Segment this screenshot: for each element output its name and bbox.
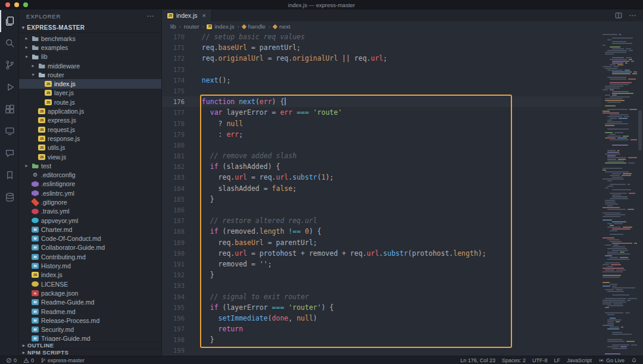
status-eol[interactable]: LF (554, 357, 560, 363)
breadcrumb-index.js[interactable]: JSindex.js (207, 23, 234, 30)
explorer-more-actions-icon[interactable]: ⋯ (146, 14, 154, 18)
tree-item-benchmarks[interactable]: ▸benchmarks (19, 34, 161, 43)
code-line-190[interactable]: 190 req.url = protohost + removed + req.… (162, 248, 601, 259)
breadcrumb-handle[interactable]: handle (242, 23, 266, 30)
code-line-176[interactable]: 176 function next(err) { (162, 96, 601, 107)
status-encoding[interactable]: UTF-8 (532, 357, 548, 363)
code-line-173[interactable]: 173 (162, 64, 601, 75)
section-outline[interactable]: ▸OUTLINE (19, 341, 161, 349)
activity-chat-icon[interactable] (0, 142, 18, 164)
code-line-188[interactable]: 188 if (removed.length !== 0) { (162, 226, 601, 237)
tree-item-response.js[interactable]: response.js (19, 134, 161, 143)
tree-item-.eslintrc.yml[interactable]: .eslintrc.yml (19, 189, 161, 197)
tree-item-history.md[interactable]: History.md (19, 261, 161, 270)
tree-item-readme.md[interactable]: Readme.md (19, 307, 161, 316)
section-npm-scripts[interactable]: ▸NPM SCRIPTS (19, 349, 161, 356)
tree-item-.gitignore[interactable]: .gitignore (19, 197, 161, 206)
code-line-172[interactable]: 172 req.originalUrl = req.originalUrl ||… (162, 53, 601, 64)
code-line-194[interactable]: 194 // signal to exit router (162, 291, 601, 302)
breadcrumb-next[interactable]: next (273, 23, 291, 30)
chevron-right-icon[interactable]: ▸ (24, 36, 29, 41)
code-line-195[interactable]: 195 if (layerError === 'router') { (162, 302, 601, 313)
activity-extensions-icon[interactable] (0, 98, 18, 120)
code-line-184[interactable]: 184 slashAdded = false; (162, 183, 601, 194)
code-line-185[interactable]: 185 } (162, 194, 601, 205)
chevron-right-icon[interactable]: ▸ (24, 163, 29, 168)
minimap[interactable] (601, 32, 637, 356)
activity-remote-explorer-icon[interactable] (0, 120, 18, 142)
project-section-header[interactable]: ▾ EXPRESS-MASTER (19, 23, 161, 32)
code-line-179[interactable]: 179 : err; (162, 129, 601, 140)
status-language[interactable]: JavaScript (567, 357, 592, 363)
tree-item-route.js[interactable]: route.js (19, 98, 161, 106)
code-line-178[interactable]: 178 ? null (162, 118, 601, 129)
tree-item-collaborator-guide.md[interactable]: Collaborator-Guide.md (19, 243, 161, 252)
tree-item-test[interactable]: ▸test (19, 161, 161, 170)
zoom-window-button[interactable] (23, 2, 28, 7)
tree-item-layer.js[interactable]: layer.js (19, 89, 161, 98)
tree-item-charter.md[interactable]: Charter.md (19, 225, 161, 234)
tree-item-router[interactable]: ▾router (19, 70, 161, 79)
code-line-183[interactable]: 183 req.url = req.url.substr(1); (162, 172, 601, 183)
tree-item-.eslintignore[interactable]: .eslintignore (19, 180, 161, 189)
tree-item-license[interactable]: LICENSE (19, 280, 161, 288)
tree-item-express.js[interactable]: express.js (19, 116, 161, 125)
close-window-button[interactable] (5, 2, 10, 7)
tree-item-utils.js[interactable]: utils.js (19, 143, 161, 152)
tree-item-index.js[interactable]: index.js (19, 79, 161, 88)
code-line-177[interactable]: 177 var layerError = err === 'route' (162, 107, 601, 118)
code-line-193[interactable]: 193 (162, 280, 601, 291)
tree-item-lib[interactable]: ▾lib (19, 52, 161, 61)
code-line-192[interactable]: 192 } (162, 269, 601, 280)
tree-item-.travis.yml[interactable]: .travis.yml (19, 207, 161, 216)
tree-item-triager-guide.md[interactable]: Triager-Guide.md (19, 334, 161, 341)
code-line-197[interactable]: 197 return (162, 324, 601, 334)
code-line-181[interactable]: 181 // remove added slash (162, 150, 601, 161)
scrollbar-thumb[interactable] (638, 110, 642, 150)
status-go-live[interactable]: Go Live (598, 357, 625, 363)
breadcrumb-router[interactable]: router (184, 23, 199, 30)
chevron-down-icon[interactable]: ▾ (30, 72, 36, 77)
status-errors[interactable]: 0 (6, 357, 17, 363)
tree-item-readme-guide.md[interactable]: Readme-Guide.md (19, 298, 161, 307)
tree-item-request.js[interactable]: request.js (19, 125, 161, 134)
code-line-170[interactable]: 170 // setup basic req values (162, 32, 601, 42)
tree-item-examples[interactable]: ▸examples (19, 43, 161, 52)
activity-search-icon[interactable] (0, 32, 18, 54)
editor-more-actions-icon[interactable]: ⋯ (629, 13, 636, 18)
status-cursor-position[interactable]: Ln 176, Col 23 (460, 357, 495, 363)
tree-item-package.json[interactable]: package.json (19, 288, 161, 297)
status-branch[interactable]: express-master (40, 357, 85, 363)
tree-item-.editorconfig[interactable]: .editorconfig (19, 170, 161, 179)
tree-item-contributing.md[interactable]: Contributing.md (19, 252, 161, 261)
code-line-198[interactable]: 198 } (162, 334, 601, 345)
code-line-196[interactable]: 196 setImmediate(done, null) (162, 313, 601, 324)
code-pane[interactable]: 170 // setup basic req values171 req.bas… (162, 32, 601, 356)
code-line-182[interactable]: 182 if (slashAdded) { (162, 161, 601, 172)
tree-item-appveyor.yml[interactable]: appveyor.yml (19, 216, 161, 225)
status-warnings[interactable]: 0 (23, 357, 34, 363)
activity-run-debug-icon[interactable] (0, 76, 18, 98)
activity-database-icon[interactable] (0, 186, 18, 208)
status-indentation[interactable]: Spaces: 2 (502, 357, 526, 363)
code-line-174[interactable]: 174 next(); (162, 75, 601, 86)
status-notifications[interactable] (631, 357, 637, 363)
chevron-down-icon[interactable]: ▾ (24, 54, 29, 59)
code-line-187[interactable]: 187 // restore altered req.url (162, 215, 601, 226)
titlebar[interactable]: index.js — express-master (0, 0, 643, 10)
tree-item-index.js[interactable]: index.js (19, 271, 161, 280)
split-editor-icon[interactable] (615, 12, 622, 19)
code-line-171[interactable]: 171 req.baseUrl = parentUrl; (162, 42, 601, 53)
tree-item-view.js[interactable]: view.js (19, 152, 161, 161)
tree-item-release-process.md[interactable]: Release-Process.md (19, 316, 161, 325)
chevron-right-icon[interactable]: ▸ (30, 63, 36, 68)
chevron-right-icon[interactable]: ▸ (24, 45, 29, 50)
tree-item-code-of-conduct.md[interactable]: Code-Of-Conduct.md (19, 234, 161, 243)
code-line-199[interactable]: 199 (162, 345, 601, 356)
tree-item-middleware[interactable]: ▸middleware (19, 61, 161, 70)
code-line-191[interactable]: 191 removed = ''; (162, 259, 601, 269)
tab-index-js[interactable]: JS index.js × (162, 10, 212, 21)
code-line-175[interactable]: 175 (162, 86, 601, 96)
tree-item-application.js[interactable]: application.js (19, 106, 161, 115)
activity-bookmarks-icon[interactable] (0, 164, 18, 186)
